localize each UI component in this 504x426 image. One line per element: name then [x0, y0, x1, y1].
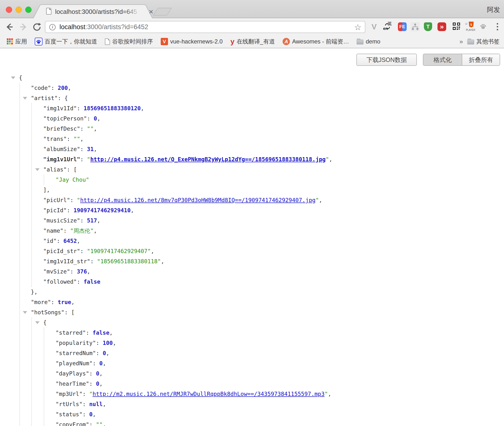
bookmark-item[interactable]: AAwesomes - 前端资…	[283, 38, 349, 45]
bookmark-item[interactable]: 应用	[7, 38, 27, 45]
json-punctuation: ,	[328, 391, 331, 397]
json-punctuation: :	[83, 411, 89, 417]
json-value-string: "19097417462929407"	[87, 248, 151, 254]
html5-player-icon[interactable]: si 5 PLAYER	[465, 22, 474, 31]
json-line: "picUrl": "http://p4.music.126.net/8mv7q…	[0, 195, 504, 205]
bookmark-label: 应用	[15, 38, 27, 45]
fast-forward-icon[interactable]: »	[437, 22, 446, 31]
json-punctuation: :	[80, 156, 87, 162]
json-line: "name": "周杰伦",	[0, 226, 504, 236]
profile-name[interactable]: 阿发	[487, 5, 500, 14]
bookmark-label: 其他书签	[476, 38, 500, 45]
json-punctuation: ,	[99, 381, 103, 387]
json-line: "picId": 19097417462929410,	[0, 205, 504, 215]
qr-code-icon[interactable]	[452, 22, 461, 31]
json-url-link[interactable]: http://p4.music.126.net/Q_ExePNkmgB2yWyL…	[90, 156, 326, 162]
window-minimize-button[interactable]	[16, 7, 22, 13]
collapse-toggle-icon[interactable]	[35, 168, 40, 171]
bookmarks-bar: 应用百度一下，你就知道谷歌按时间排序Vvue-hackernews-2.0y在线…	[0, 35, 504, 48]
json-key: "topicPerson"	[43, 115, 87, 122]
json-punctuation: ,	[161, 258, 164, 264]
bookmark-label: 在线翻译_有道	[237, 38, 275, 45]
json-value-number: 0	[96, 370, 99, 377]
json-value-number: false	[92, 330, 109, 336]
fe-helper-icon[interactable]: FE	[398, 22, 407, 31]
json-key: "dayPlays"	[56, 370, 89, 377]
browser-tab[interactable]: localhost:3000/artists?id=645 ×	[33, 4, 153, 19]
json-value-number: 18569651883380120	[84, 105, 141, 111]
json-value-number: 6452	[63, 238, 77, 244]
tab-bar: localhost:3000/artists?id=645 × 阿发	[0, 0, 504, 18]
baidu-paw-icon	[35, 38, 42, 45]
download-json-button[interactable]: 下载JSON数据	[356, 54, 417, 66]
json-line: "more": true,	[0, 297, 504, 307]
json-punctuation: :	[70, 268, 77, 275]
collapse-toggle-icon[interactable]	[23, 311, 27, 314]
json-value-number: 19097417462929410	[74, 207, 131, 213]
youdao-y-icon: y	[230, 38, 235, 45]
new-tab-button[interactable]	[153, 8, 172, 16]
translate-icon: 英 en	[383, 22, 392, 32]
collapse-all-button[interactable]: 折叠所有	[462, 54, 500, 65]
json-key: "id"	[43, 238, 57, 244]
collapse-toggle-icon[interactable]	[35, 321, 40, 324]
bookmark-item[interactable]: 谷歌按时间排序	[105, 38, 153, 45]
json-line: "picId_str": "19097417462929407",	[0, 246, 504, 256]
sitemap-icon[interactable]	[411, 22, 420, 31]
json-line: },	[0, 287, 504, 297]
json-key: "playedNum"	[56, 360, 92, 366]
json-key: "trans"	[43, 136, 67, 142]
bookmark-label: Awesomes - 前端资…	[292, 38, 349, 45]
collapse-toggle-icon[interactable]	[23, 97, 27, 100]
paw-icon[interactable]	[479, 22, 488, 31]
json-punctuation: {	[43, 319, 47, 326]
window-close-button[interactable]	[6, 7, 12, 13]
bookmark-item[interactable]: y在线翻译_有道	[230, 38, 275, 45]
json-punctuation: ,	[141, 105, 144, 111]
tab-title-fade	[125, 7, 146, 17]
window-zoom-button[interactable]	[25, 7, 32, 13]
json-line: "img1v1Id": 18569651883380120,	[0, 103, 504, 113]
json-punctuation: :	[51, 85, 58, 91]
collapse-toggle-icon[interactable]	[11, 77, 15, 79]
json-line: "img1v1Id_str": "18569651883380118",	[0, 256, 504, 266]
json-punctuation: :	[89, 421, 96, 426]
vue-devtools-icon[interactable]: V	[370, 22, 379, 31]
format-button[interactable]: 格式化	[423, 54, 462, 65]
json-punctuation: ,	[103, 401, 106, 407]
json-line: "mvSize": 376,	[0, 266, 504, 277]
json-punctuation: :	[86, 330, 93, 336]
bookmark-item[interactable]: demo	[357, 38, 380, 45]
translate-icon[interactable]: 英 en	[383, 22, 392, 31]
json-value-string: "	[87, 156, 90, 162]
bookmark-other-folder[interactable]: 其他书签	[467, 38, 500, 45]
page-icon	[46, 8, 51, 15]
json-punctuation: ,	[97, 115, 101, 122]
json-punctuation: ,	[319, 197, 322, 203]
json-value-string: ""	[96, 421, 103, 426]
json-line: ],	[0, 185, 504, 195]
json-url-link[interactable]: http://p4.music.126.net/8mv7qP30Pd3oHW8b…	[80, 197, 315, 203]
json-line-selected: "img1v1Url": "http://p4.music.126.net/Q_…	[0, 154, 504, 164]
apps-grid-icon	[7, 38, 13, 45]
qr-code-icon	[452, 22, 461, 32]
json-punctuation: :	[96, 350, 103, 356]
tampermonkey-shield-icon[interactable]: T	[423, 22, 433, 31]
bookmark-item[interactable]: 百度一下，你就知道	[35, 38, 97, 45]
json-line: "trans": "",	[0, 134, 504, 144]
json-value-number: 0	[96, 381, 99, 387]
browser-menu-icon[interactable]	[496, 23, 499, 31]
bookmark-item[interactable]: Vvue-hackernews-2.0	[161, 38, 223, 45]
json-line: "alias": [	[0, 164, 504, 175]
json-key: "artist"	[31, 95, 58, 101]
bookmarks-overflow-chevron[interactable]: »	[460, 38, 463, 45]
json-value-string: "周杰伦"	[70, 228, 94, 234]
json-key: "rtUrls"	[56, 401, 83, 407]
toolbar: i localhost:3000/artists?id=6452 ☆ V 英 e…	[0, 18, 504, 35]
json-line: {	[0, 73, 504, 83]
html5-player-icon: si 5 PLAYER	[465, 22, 474, 32]
json-punctuation: :	[80, 248, 87, 254]
json-url-link[interactable]: http://m2.music.126.net/RMJR7wDullRqppBk…	[92, 391, 324, 397]
json-punctuation: :	[77, 105, 84, 111]
fast-forward-icon: »	[437, 22, 446, 31]
